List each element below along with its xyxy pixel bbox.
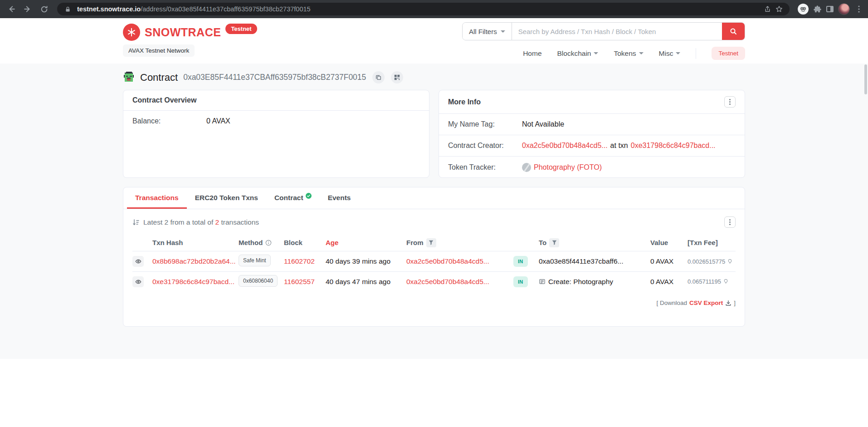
value-text: 0 AVAX	[650, 257, 688, 265]
testnet-network-button[interactable]: Testnet	[712, 47, 745, 60]
preview-txn-button[interactable]	[132, 276, 144, 287]
gas-bulb-icon[interactable]	[723, 279, 729, 285]
block-link[interactable]: 11602557	[284, 278, 326, 286]
nav-blockchain[interactable]: Blockchain	[557, 49, 599, 58]
page-title: Contract	[140, 72, 178, 83]
table-row: 0xe31798c6c84c97bacd... 0x60806040 11602…	[132, 271, 736, 291]
address-bar[interactable]: testnet.snowtrace.io/address/0xa03e85f44…	[57, 3, 790, 15]
col-block: Block	[284, 239, 326, 246]
contract-identicon-avatar	[123, 72, 135, 83]
search-bar: All Filters	[462, 22, 745, 40]
sidebar-panel-icon[interactable]	[826, 6, 834, 12]
back-icon[interactable]	[5, 2, 18, 16]
brand-name[interactable]: SNOWTRACE	[145, 26, 221, 39]
qr-code-icon	[394, 74, 400, 80]
search-input[interactable]	[512, 23, 722, 40]
network-label: AVAX Testnet Network	[123, 44, 195, 57]
kebab-icon	[729, 101, 731, 103]
chevron-down-icon	[501, 30, 505, 33]
eye-icon	[135, 279, 141, 285]
contract-overview-card: Contract Overview Balance: 0 AVAX	[123, 90, 429, 178]
creator-txn-link[interactable]: 0xe31798c6c84c97bacd...	[631, 142, 716, 150]
forward-icon[interactable]	[21, 2, 34, 16]
contract-doc-icon	[539, 278, 546, 285]
name-tag-label: My Name Tag:	[448, 120, 522, 128]
from-filter-button[interactable]	[426, 238, 436, 247]
search-filter-select[interactable]: All Filters	[463, 23, 512, 40]
table-row: 0x8b698ac72bd20b2a64... Safe Mint 116027…	[132, 251, 736, 271]
fee-text: 0.065711195	[688, 278, 721, 285]
col-txn-hash: Txn Hash	[152, 239, 239, 246]
txn-hash-link[interactable]: 0x8b698ac72bd20b2a64...	[152, 257, 239, 265]
eye-icon	[135, 258, 141, 265]
balance-row: Balance: 0 AVAX	[123, 111, 429, 132]
owl-extension-icon[interactable]	[798, 4, 809, 15]
search-button[interactable]	[722, 23, 745, 40]
summary-row: Latest 2 from a total of 2 transactions	[132, 216, 736, 228]
transactions-panel: Transactions ERC20 Token Txns Contract E…	[123, 187, 745, 327]
download-icon[interactable]	[725, 300, 731, 306]
creator-address-link[interactable]: 0xa2c5e0bd70b48a4cd5...	[522, 142, 608, 150]
contract-creator-label: Contract Creator:	[448, 142, 522, 150]
copy-icon	[375, 74, 381, 80]
tabs: Transactions ERC20 Token Txns Contract E…	[123, 187, 745, 209]
fee-text: 0.0026515775	[688, 258, 725, 265]
more-info-card: More Info My Name Tag: Not Available Con…	[439, 90, 745, 178]
name-tag-row: My Name Tag: Not Available	[439, 114, 745, 135]
direction-badge: IN	[513, 256, 528, 267]
chevron-down-icon	[639, 52, 644, 54]
preview-txn-button[interactable]	[132, 256, 144, 267]
main-content: Contract 0xa03E85F4411e37CBAff635975bf38…	[0, 64, 868, 359]
more-info-menu-button[interactable]	[724, 96, 736, 108]
browser-profile-avatar[interactable]	[838, 3, 850, 15]
extensions-puzzle-icon[interactable]	[813, 5, 822, 14]
from-address-link[interactable]: 0xa2c5e0bd70b48a4cd5...	[406, 278, 513, 286]
csv-export-prefix: [ Download	[656, 299, 687, 306]
info-icon[interactable]	[265, 240, 272, 246]
qr-code-button[interactable]	[391, 71, 403, 83]
lock-icon	[62, 3, 73, 15]
nav-home[interactable]: Home	[523, 49, 541, 58]
contract-creator-row: Contract Creator: 0xa2c5e0bd70b48a4cd5..…	[439, 135, 745, 156]
col-age[interactable]: Age	[326, 239, 406, 246]
copy-address-button[interactable]	[372, 71, 385, 83]
browser-chrome: testnet.snowtrace.io/address/0xa03e85f44…	[0, 0, 868, 18]
nav-misc[interactable]: Misc	[659, 49, 681, 58]
age-text: 40 days 47 mins ago	[326, 278, 406, 286]
nav-tokens[interactable]: Tokens	[614, 49, 643, 58]
url-domain: testnet.snowtrace.io	[77, 5, 141, 13]
site-header: SNOWTRACE Testnet AVAX Testnet Network A…	[0, 18, 868, 64]
share-icon[interactable]	[761, 3, 773, 15]
page-scrollbar[interactable]	[864, 64, 867, 94]
txn-hash-link[interactable]: 0xe31798c6c84c97bacd...	[152, 278, 239, 286]
token-tracker-link[interactable]: Photography (FOTO)	[534, 163, 602, 172]
creator-connector-text: at txn	[610, 142, 628, 150]
main-nav: Home Blockchain Tokens Misc Testnet	[523, 47, 745, 60]
chrome-menu-icon[interactable]	[854, 2, 863, 16]
col-to: To	[539, 238, 650, 247]
bookmark-star-icon[interactable]	[773, 3, 785, 15]
transactions-table: Txn Hash Method Block Age From To	[132, 234, 736, 291]
to-filter-button[interactable]	[549, 238, 559, 247]
reload-icon[interactable]	[37, 2, 51, 16]
table-options-button[interactable]	[724, 216, 736, 228]
csv-export-link[interactable]: CSV Export	[689, 299, 723, 306]
funnel-icon	[552, 240, 557, 245]
csv-export-suffix: ]	[734, 299, 736, 306]
tab-transactions[interactable]: Transactions	[127, 187, 187, 209]
transaction-count: 2	[215, 218, 219, 226]
sort-icon[interactable]	[132, 219, 140, 226]
tab-erc20-token-txns[interactable]: ERC20 Token Txns	[187, 187, 266, 209]
from-address-link[interactable]: 0xa2c5e0bd70b48a4cd5...	[406, 257, 513, 265]
to-contract-create-text: Create: Photography	[548, 278, 613, 286]
gas-bulb-icon[interactable]	[727, 259, 733, 265]
chevron-down-icon	[676, 52, 680, 54]
col-value: Value	[650, 239, 688, 246]
nav-divider	[696, 48, 696, 59]
block-link[interactable]: 11602702	[284, 257, 326, 265]
method-badge: Safe Mint	[239, 255, 271, 266]
tab-contract[interactable]: Contract	[266, 187, 320, 209]
tab-events[interactable]: Events	[320, 187, 359, 209]
snowtrace-logo-icon[interactable]	[123, 24, 140, 41]
method-badge: 0x60806040	[239, 275, 278, 287]
